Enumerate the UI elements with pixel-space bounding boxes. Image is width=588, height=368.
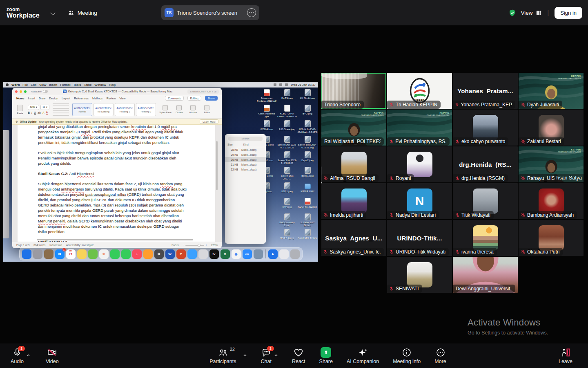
menu-item-word[interactable]: Word bbox=[11, 83, 20, 87]
participant-tile[interactable]: KEPPINPELATIHAN TOLAD KPulg 2024Evi Prih… bbox=[387, 110, 452, 146]
font-size-dropdown[interactable]: 11 ▾ bbox=[40, 105, 49, 110]
finder-file-row[interactable]: 29 KBMicro...docx) bbox=[225, 152, 266, 157]
menu-item-table[interactable]: Table bbox=[84, 83, 91, 87]
status-item[interactable]: Accessibility: Investigate bbox=[66, 244, 94, 247]
minimize-window-button[interactable] bbox=[20, 90, 22, 93]
participant-tile[interactable]: Saskya Agnes_U...Saskya Agnes_Univ. Ic..… bbox=[321, 220, 386, 256]
participant-tile[interactable]: Titik Widayati bbox=[453, 183, 518, 219]
finder-column-size[interactable]: Size bbox=[227, 143, 233, 146]
participant-tile[interactable]: Triono Soendoro bbox=[321, 73, 386, 109]
desktop-icon[interactable]: Bayu 1.jpeg bbox=[297, 167, 318, 182]
menu-item-window[interactable]: Window bbox=[94, 83, 106, 87]
share-document-button[interactable]: Share bbox=[205, 96, 218, 101]
ribbon-tab-mailings[interactable]: Mailings bbox=[92, 97, 103, 100]
dock-excel-icon[interactable]: X bbox=[220, 249, 230, 259]
more-button[interactable]: More bbox=[433, 348, 448, 364]
participants-options-caret[interactable] bbox=[241, 352, 249, 359]
dock-documents-stack-icon[interactable] bbox=[279, 249, 289, 259]
desktop-icon[interactable]: 821d6c1c-95d8-45d0-bab...9-3.JPG bbox=[297, 120, 318, 136]
sign-in-button[interactable]: Sign in bbox=[555, 7, 582, 19]
finder-file-row[interactable]: 26 KBMicro...docx) bbox=[225, 157, 266, 162]
dock-mail-icon[interactable]: ✉1 bbox=[55, 249, 65, 259]
react-button[interactable]: React bbox=[290, 348, 307, 364]
paragraph-tools-icons[interactable] bbox=[53, 103, 69, 109]
menu-item-tools[interactable]: Tools bbox=[74, 83, 81, 87]
participant-tile[interactable]: Oktafiana Putri bbox=[519, 220, 584, 256]
finder-file-row[interactable]: 21 KBMicro...docx) bbox=[225, 162, 266, 167]
desktop-icon[interactable]: untitled folder bbox=[297, 182, 318, 198]
desktop-icon[interactable]: Screen Shot 2024-0...6.55.png bbox=[297, 136, 318, 151]
dock-minimized-window-icon[interactable] bbox=[254, 249, 263, 259]
desktop-icon[interactable]: BYO.jpeg bbox=[297, 105, 318, 120]
zoom-percentage[interactable]: 229% bbox=[211, 244, 218, 247]
strikethrough-button[interactable]: ab bbox=[38, 111, 41, 114]
add-ins-button[interactable]: Add-ins bbox=[187, 105, 199, 114]
security-shield-icon[interactable] bbox=[508, 9, 516, 17]
desktop-icon[interactable]: KK Blonki.jpeg bbox=[297, 89, 318, 105]
italic-button[interactable]: I bbox=[31, 111, 32, 114]
dock-notes-icon[interactable] bbox=[77, 249, 87, 259]
meeting-info-button[interactable]: Meeting info bbox=[391, 348, 422, 364]
desktop-icon[interactable]: WCD-4.bmp bbox=[256, 120, 277, 136]
font-name-dropdown[interactable]: Arial ▾ bbox=[28, 105, 39, 110]
status-item[interactable]: Indonesian bbox=[49, 244, 62, 247]
audio-button[interactable]: 1 Audio bbox=[9, 348, 25, 364]
participant-tile[interactable]: Dewi Anggraini_Universit... bbox=[453, 257, 518, 293]
menu-item-insert[interactable]: Insert bbox=[49, 83, 57, 87]
ai-companion-button[interactable]: AI Companion bbox=[345, 348, 381, 364]
chat-button[interactable]: 1 Chat bbox=[259, 348, 273, 364]
dock-finder-icon[interactable] bbox=[22, 249, 31, 259]
participant-tile[interactable]: Royani bbox=[387, 146, 452, 182]
shared-screen-pill[interactable]: TS Triono Soendoro's screen bbox=[161, 5, 259, 20]
dock-facetime-icon[interactable] bbox=[121, 249, 131, 259]
participant-tile[interactable]: Bambang Ardiansyah bbox=[519, 183, 584, 219]
ribbon-tab-layout[interactable]: Layout bbox=[62, 97, 70, 100]
desktop-icon[interactable]: Bayu 2.jpeg bbox=[297, 151, 318, 167]
participant-tile[interactable]: URINDO-Titik...URINDO-Titik Widayati bbox=[387, 220, 452, 256]
desktop-icon[interactable]: Screen Shot 2023-... bbox=[277, 167, 297, 182]
chat-options-caret[interactable] bbox=[272, 352, 280, 359]
tab-meeting[interactable]: Meeting bbox=[62, 5, 103, 20]
desktop-icon[interactable]: Kabel E8/7 Bintaro bbox=[297, 229, 318, 245]
autosave-toggle[interactable]: AutoSave bbox=[31, 90, 48, 93]
dock-books-icon[interactable] bbox=[143, 249, 153, 259]
participant-tile[interactable]: KEPPINPELATIHAN TOLAD KPulg 2024Dyah Jul… bbox=[519, 73, 584, 109]
dock-photos-icon[interactable]: ❀ bbox=[99, 249, 109, 259]
alignment-tools-icons[interactable] bbox=[53, 110, 69, 116]
participants-button[interactable]: 22 Participants bbox=[208, 348, 238, 364]
style-heading-1[interactable]: AaBbCcDdEeHeading 1 bbox=[115, 103, 135, 116]
apple-menu-icon[interactable] bbox=[6, 83, 9, 86]
style-no-spacing[interactable]: AaBbCcDdEeNo Spacing bbox=[94, 103, 114, 116]
word-search-field[interactable]: Search (Cmd + Ctrl + U) bbox=[187, 90, 219, 94]
participant-tile[interactable]: NNadya Dini Lestari bbox=[387, 183, 452, 219]
learn-more-button[interactable]: Learn More bbox=[200, 119, 218, 124]
underline-button[interactable]: U bbox=[34, 111, 36, 114]
desktop-icon[interactable]: Gates Indonesia .ppts bbox=[256, 105, 277, 120]
participant-tile[interactable]: KEPPINPELATIHAN TOLAD KPulg 2024Rahayu_U… bbox=[519, 146, 584, 182]
dock-safari-icon[interactable] bbox=[187, 249, 197, 259]
font-color-button[interactable]: A bbox=[46, 111, 48, 114]
zoom-slider[interactable]: −+ bbox=[183, 244, 207, 247]
vertical-scrollbar[interactable] bbox=[216, 141, 218, 190]
status-item[interactable]: 804 words bbox=[33, 244, 45, 247]
desktop-icon[interactable]: Screen Shot 2023-3...23.02.00 bbox=[277, 151, 297, 167]
focus-mode-button[interactable]: Focus bbox=[172, 244, 178, 247]
dictate-button[interactable]: Dictate bbox=[173, 105, 185, 114]
finder-column-kind[interactable]: Kind bbox=[243, 143, 249, 146]
desktop-icon[interactable]: KTP 1.jpeg bbox=[277, 182, 297, 198]
horizontal-scrollbar[interactable] bbox=[37, 239, 193, 240]
participant-tile[interactable]: KEPPINTri Hadiah KEPPIN bbox=[387, 73, 452, 109]
audio-options-caret[interactable] bbox=[24, 352, 32, 359]
zoom-window-button[interactable] bbox=[24, 90, 27, 93]
ribbon-tab-home[interactable]: Home bbox=[16, 97, 24, 100]
dock-zoom-app-icon[interactable]: zm bbox=[243, 249, 252, 259]
desktop-icon[interactable]: RAB-4 2.jpeg bbox=[277, 229, 297, 245]
share-button[interactable]: Share bbox=[318, 348, 334, 364]
participant-tile[interactable]: drg.Henida (RS...drg.Henida (RSGM) bbox=[453, 146, 518, 182]
participant-tile[interactable]: Yohanes Pratam...Yohanes Pratama_KEPPIN bbox=[453, 73, 518, 109]
style-normal[interactable]: AaBbCcDdEeNormal bbox=[72, 103, 92, 116]
participant-tile[interactable]: Imelda pujiharti bbox=[321, 183, 386, 219]
share-options-icon[interactable] bbox=[247, 8, 256, 17]
finder-file-row[interactable]: 28 KBMicro...docx) bbox=[225, 147, 266, 152]
desktop-icon[interactable]: Fir-TS.jpeg bbox=[277, 89, 297, 105]
